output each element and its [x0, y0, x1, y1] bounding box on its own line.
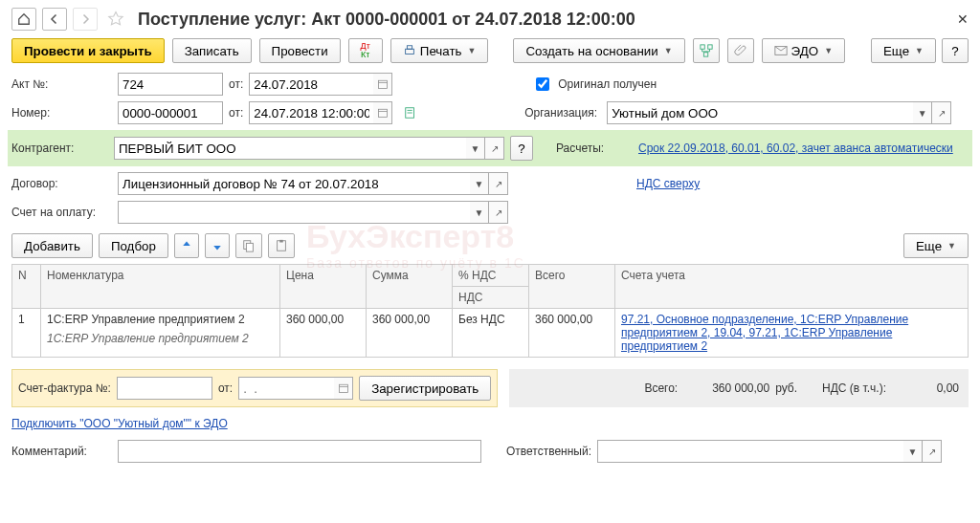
- invoice-acc-input[interactable]: [118, 201, 470, 224]
- original-received-label: Оригинал получен: [558, 77, 657, 91]
- comment-label: Комментарий:: [11, 445, 112, 458]
- create-based-button[interactable]: Создать на основании▼: [513, 38, 684, 63]
- copy-button[interactable]: [235, 233, 262, 258]
- timestamp-icon[interactable]: [398, 101, 423, 124]
- add-row-button[interactable]: Добавить: [11, 233, 93, 258]
- counterparty-label: Контрагент:: [8, 142, 108, 155]
- svg-rect-13: [339, 384, 347, 392]
- svg-rect-10: [246, 243, 253, 251]
- connect-edo-link[interactable]: Подключить "ООО "Уютный дом"" к ЭДО: [11, 417, 228, 430]
- pick-button[interactable]: Подбор: [99, 233, 168, 258]
- calendar-icon[interactable]: [334, 377, 353, 400]
- svg-rect-12: [279, 240, 283, 243]
- svg-rect-1: [407, 46, 412, 50]
- forward-icon[interactable]: [73, 8, 98, 31]
- calendar-icon[interactable]: [373, 73, 392, 96]
- table-row[interactable]: 1 1С:ERP Управление предприятием 2 1С:ER…: [12, 309, 969, 358]
- totals-bar: Всего: 360 000,00 руб. НДС (в т.ч.): 0,0…: [509, 369, 969, 407]
- svg-rect-0: [405, 49, 413, 54]
- org-input[interactable]: [607, 101, 913, 124]
- attach-button[interactable]: [727, 38, 754, 63]
- dropdown-icon[interactable]: ▼: [466, 137, 485, 160]
- doc-num-label: Номер:: [11, 106, 112, 120]
- counterparty-help-button[interactable]: ?: [510, 136, 533, 161]
- accounts-link[interactable]: 97.21, Основное подразделение, 1С:ERP Уп…: [621, 313, 908, 353]
- print-button[interactable]: Печать▼: [390, 38, 489, 63]
- grid-more-button[interactable]: Еще▼: [903, 233, 969, 258]
- paperclip-icon: [734, 44, 747, 57]
- invoice-from-label: от:: [218, 381, 233, 395]
- doc-num-input[interactable]: [118, 101, 223, 124]
- related-button[interactable]: [693, 38, 720, 63]
- col-accounts: Счета учета: [615, 265, 969, 309]
- act-no-label: Акт №:: [11, 77, 112, 91]
- post-and-close-button[interactable]: Провести и закрыть: [11, 38, 165, 63]
- register-invoice-button[interactable]: Зарегистрировать: [359, 376, 491, 401]
- printer-icon: [403, 44, 416, 57]
- open-icon[interactable]: ↗: [489, 172, 508, 195]
- copy-icon: [242, 239, 256, 252]
- col-n: N: [12, 265, 41, 309]
- col-total: Всего: [529, 265, 615, 309]
- move-up-button[interactable]: [174, 233, 199, 258]
- save-button[interactable]: Записать: [172, 38, 252, 63]
- link-tree-icon: [700, 44, 713, 57]
- org-label: Организация:: [524, 106, 601, 120]
- move-down-button[interactable]: [205, 233, 230, 258]
- contract-label: Договор:: [11, 177, 112, 190]
- act-no-input[interactable]: [118, 73, 223, 96]
- open-icon[interactable]: ↗: [485, 137, 504, 160]
- dropdown-icon[interactable]: ▼: [903, 440, 923, 463]
- dropdown-icon[interactable]: ▼: [470, 172, 489, 195]
- col-nom: Номенклатура: [41, 265, 280, 309]
- counterparty-input[interactable]: [114, 137, 466, 160]
- col-vatpct: % НДС: [453, 265, 529, 287]
- dropdown-icon[interactable]: ▼: [470, 201, 489, 224]
- arrow-up-icon: [181, 240, 192, 251]
- page-title: Поступление услуг: Акт 0000-000001 от 24…: [138, 10, 635, 30]
- dt-kt-button[interactable]: ДтКт: [348, 38, 383, 63]
- doc-from-label: от:: [229, 106, 243, 120]
- help-button[interactable]: ?: [942, 38, 969, 63]
- col-price: Цена: [280, 265, 367, 309]
- vat-mode-link[interactable]: НДС сверху: [636, 177, 700, 190]
- original-received-checkbox[interactable]: [536, 77, 549, 91]
- responsible-input[interactable]: [597, 440, 903, 463]
- invoice-acc-label: Счет на оплату:: [11, 206, 112, 219]
- svg-rect-6: [378, 80, 387, 88]
- svg-rect-2: [700, 45, 703, 49]
- edo-button[interactable]: ЭДО▼: [762, 38, 845, 63]
- invoice-label: Счет-фактура №:: [18, 381, 111, 395]
- dropdown-icon[interactable]: ▼: [913, 101, 932, 124]
- calc-label: Расчеты:: [556, 142, 633, 155]
- svg-rect-7: [378, 109, 387, 117]
- home-icon[interactable]: [11, 8, 36, 31]
- invoice-no-input[interactable]: [117, 377, 212, 400]
- svg-rect-4: [703, 53, 707, 56]
- svg-rect-3: [707, 45, 711, 49]
- more-button[interactable]: Еще▼: [871, 38, 936, 63]
- calendar-icon[interactable]: [373, 101, 392, 124]
- calc-link[interactable]: Срок 22.09.2018, 60.01, 60.02, зачет ава…: [638, 142, 953, 155]
- arrow-down-icon: [212, 240, 223, 251]
- items-table: N Номенклатура Цена Сумма % НДС Всего Сч…: [11, 264, 969, 358]
- close-icon[interactable]: ✕: [957, 11, 969, 27]
- invoice-date-input[interactable]: [238, 377, 334, 400]
- clipboard-icon: [275, 239, 288, 252]
- envelope-icon: [774, 44, 788, 57]
- col-vat: НДС: [453, 287, 529, 309]
- post-button[interactable]: Провести: [259, 38, 341, 63]
- open-icon[interactable]: ↗: [923, 440, 942, 463]
- responsible-label: Ответственный:: [506, 445, 591, 458]
- doc-dt-input[interactable]: [249, 101, 373, 124]
- act-from-label: от:: [229, 77, 243, 91]
- open-icon[interactable]: ↗: [932, 101, 951, 124]
- open-icon[interactable]: ↗: [489, 201, 508, 224]
- paste-button[interactable]: [268, 233, 295, 258]
- act-date-input[interactable]: [249, 73, 373, 96]
- comment-input[interactable]: [118, 440, 481, 463]
- contract-input[interactable]: [118, 172, 470, 195]
- star-icon[interactable]: [103, 8, 128, 31]
- col-sum: Сумма: [367, 265, 453, 309]
- back-icon[interactable]: [42, 8, 67, 31]
